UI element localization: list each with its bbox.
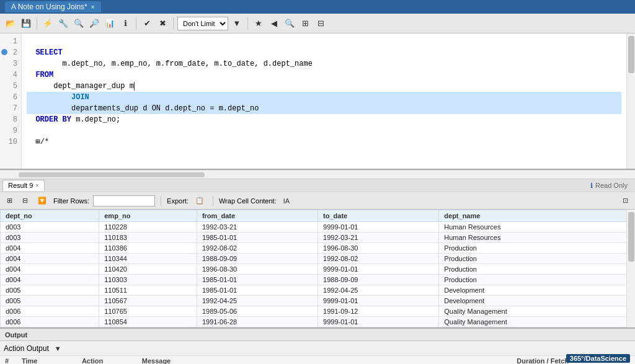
cell-dept_no: d004 [1,254,99,264]
table-row[interactable]: d0061108541991-06-289999-01-01Quality Ma… [1,317,635,327]
cell-dept_name: Quality Management [439,306,635,317]
result-grid-btn[interactable]: ⊞ [4,195,16,206]
line-2: 2 [0,47,17,58]
cell-from_date: 1985-01-01 [197,275,318,285]
bookmark-button[interactable]: ★ [252,17,265,30]
cell-emp_no: 110183 [99,233,197,243]
editor-scrollbar-right[interactable] [626,33,635,169]
result-table: dept_no emp_no from_date to_date dept_na… [0,210,635,327]
result-filter-btn[interactable]: 🔽 [35,195,50,206]
toolbar: 📂 💾 ⚡ 🔧 🔍 🔎 📊 ℹ ✔ ✖ Don't Limit ▼ ★ ◀ 🔍 … [0,14,635,33]
cell-from_date: 1992-04-25 [197,296,318,306]
tab-label: A Note on Using Joins* [11,2,87,11]
stop-button[interactable]: ✖ [156,17,169,30]
filter-button[interactable]: 🔎 [87,17,101,30]
title-bar: A Note on Using Joins* × [0,0,635,14]
table-row[interactable]: d0031101831985-01-011992-03-21Human Reso… [1,233,635,243]
result-toolbar: ⊞ ⊟ 🔽 Filter Rows: Export: 📋 Wrap Cell C… [0,192,635,210]
close-icon[interactable]: × [91,4,95,11]
check-button[interactable]: ✔ [140,17,154,30]
code-line-1 [27,36,621,47]
result-tab-close[interactable]: × [35,182,38,189]
table-row[interactable]: d0051105111985-01-011992-04-25Developmen… [1,285,635,296]
table-row[interactable]: d0031102281992-03-219999-01-01Human Reso… [1,222,635,233]
code-line-2: SELECT [27,47,621,58]
editor-tab[interactable]: A Note on Using Joins* × [5,1,101,12]
h-scroll-thumb[interactable] [19,172,205,177]
output-header: Output [0,329,635,341]
cell-dept_no: d003 [1,222,99,233]
back-button[interactable]: ◀ [267,17,281,30]
cell-from_date: 1992-03-21 [197,222,318,233]
search-button[interactable]: 🔍 [72,17,86,30]
col-dept_name[interactable]: dept_name [439,210,635,222]
toolbar-sep-3 [173,17,174,30]
col-dept_no[interactable]: dept_no [1,210,99,222]
cell-to_date: 9999-01-01 [318,296,439,306]
search2-button[interactable]: 🔍 [283,17,296,30]
run-button[interactable]: ⚡ [41,17,55,30]
table-row[interactable]: d0041103861992-08-021996-08-30Production [1,243,635,254]
cell-to_date: 1992-03-21 [318,233,439,243]
result-grid[interactable]: dept_no emp_no from_date to_date dept_na… [0,210,635,327]
limit-select[interactable]: Don't Limit [177,17,228,30]
cell-emp_no: 110854 [99,317,197,327]
col-message: Message [137,356,512,364]
line-4: 4 [0,69,17,81]
cell-to_date: 1992-08-02 [318,254,439,264]
line-6: 6 [0,92,17,103]
col-from_date[interactable]: from_date [197,210,318,222]
result-scroll-thumb[interactable] [628,212,634,262]
result-scrollbar-right[interactable] [626,210,635,327]
scroll-thumb[interactable] [628,36,634,73]
toolbar-sep-2 [136,17,136,30]
col-num: # [0,356,17,364]
export-button[interactable]: ⊟ [314,17,327,30]
cell-emp_no: 110344 [99,254,197,264]
run-all-button[interactable]: 🔧 [56,17,70,30]
wrap-btn[interactable]: IA [280,196,293,206]
cell-emp_no: 110228 [99,222,197,233]
info-button[interactable]: ℹ [118,17,132,30]
cell-from_date: 1988-09-09 [197,254,318,264]
cell-from_date: 1985-01-01 [197,285,318,296]
fullscreen-btn[interactable]: ⊡ [619,195,631,206]
line-5: 5 [0,81,17,92]
cell-from_date: 1989-05-06 [197,306,318,317]
table-row[interactable]: d0051105671992-04-259999-01-01Developmen… [1,296,635,306]
result-tab-9[interactable]: Result 9 × [2,180,45,191]
col-emp_no[interactable]: emp_no [99,210,197,222]
cell-dept_name: Production [439,243,635,254]
limit-dropdown-btn[interactable]: ▼ [230,17,244,30]
filter-rows-input[interactable] [93,195,155,206]
table-row[interactable]: d0041104201996-08-309999-01-01Production [1,264,635,275]
table-row[interactable]: d0041103441988-09-091992-08-02Production [1,254,635,264]
cell-from_date: 1985-01-01 [197,233,318,243]
table-row[interactable]: d0061107651989-05-061991-09-12Quality Ma… [1,306,635,317]
editor-area: 1 2 3 4 5 6 7 8 9 10 SELECT m.dept_no, m… [0,33,635,170]
cell-dept_no: d003 [1,233,99,243]
col-time: Time [17,356,77,364]
open-button[interactable]: 📂 [4,17,17,30]
save-button[interactable]: 💾 [19,17,33,30]
code-line-9 [27,125,621,136]
line-numbers: 1 2 3 4 5 6 7 8 9 10 [0,33,22,169]
h-scrollbar[interactable] [0,170,635,179]
cell-to_date: 9999-01-01 [318,222,439,233]
cell-to_date: 1991-09-12 [318,306,439,317]
code-editor[interactable]: SELECT m.dept_no, m.emp_no, m.from_date,… [22,33,626,169]
grid-button[interactable]: ⊞ [298,17,312,30]
cell-emp_no: 110386 [99,243,197,254]
cols-button[interactable]: 📊 [103,17,117,30]
output-dropdown-btn[interactable]: ▼ [51,344,64,353]
table-row[interactable]: d0041103031985-01-011988-09-09Production [1,275,635,285]
result-form-btn[interactable]: ⊟ [19,195,31,206]
col-to_date[interactable]: to_date [318,210,439,222]
breakpoint-dot[interactable] [1,49,7,55]
output-section: Output Action Output ▼ # Time Action Mes… [0,327,635,364]
export-csv-btn[interactable]: 📋 [192,195,207,206]
cell-dept_name: Development [439,296,635,306]
line-1: 1 [0,36,17,47]
line-3: 3 [0,58,17,69]
cell-emp_no: 110420 [99,264,197,275]
